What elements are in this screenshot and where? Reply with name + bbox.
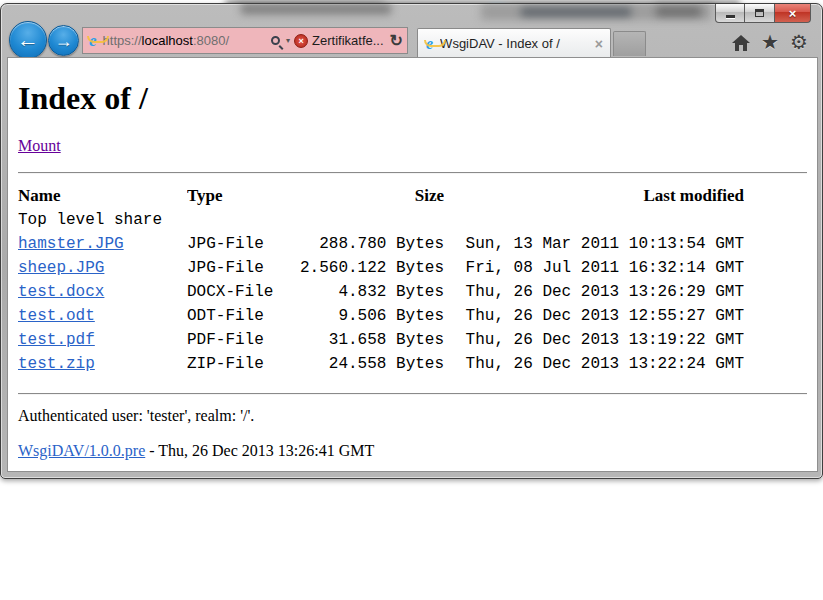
page-title: Index of / [18, 80, 807, 117]
glass-blur-decoration [521, 8, 631, 16]
file-type-cell: ODT-File [187, 304, 300, 328]
file-modified-cell: Thu, 26 Dec 2013 12:55:27 GMT [444, 304, 744, 328]
refresh-icon[interactable]: ↻ [390, 33, 403, 49]
restore-icon [755, 9, 764, 17]
certificate-error-label[interactable]: Zertifikatfe... [312, 33, 384, 48]
forward-button[interactable]: → [48, 25, 79, 56]
ie-logo-icon: e [426, 36, 433, 52]
file-modified-cell: Thu, 26 Dec 2013 13:22:24 GMT [444, 352, 744, 376]
file-size-cell: 288.780 Bytes [300, 232, 444, 256]
file-link[interactable]: test.odt [18, 307, 95, 325]
column-header-name: Name [18, 184, 187, 208]
minimize-icon [726, 15, 735, 18]
home-icon[interactable] [730, 31, 752, 53]
file-size-cell: 9.506 Bytes [300, 304, 444, 328]
file-modified-cell: Thu, 26 Dec 2013 13:19:22 GMT [444, 328, 744, 352]
ie-logo-icon: e [89, 32, 97, 49]
file-size-cell: 4.832 Bytes [300, 280, 444, 304]
column-header-modified: Last modified [444, 184, 744, 208]
divider [18, 172, 807, 174]
file-type-cell: DOCX-File [187, 280, 300, 304]
file-size-cell: 2.560.122 Bytes [300, 256, 444, 280]
server-timestamp: - Thu, 26 Dec 2013 13:26:41 GMT [145, 442, 374, 459]
table-header-row: Name Type Size Last modified [18, 184, 744, 208]
close-button[interactable]: × [775, 4, 811, 23]
auth-status-text: Authenticated user: 'tester', realm: '/'… [18, 407, 807, 425]
file-link[interactable]: sheep.JPG [18, 259, 104, 277]
url-text[interactable]: https://localhost:8080/ [103, 33, 230, 48]
server-signature: WsgiDAV/1.0.0.pre - Thu, 26 Dec 2013 13:… [18, 442, 807, 460]
column-header-size: Size [300, 184, 444, 208]
file-type-cell [187, 208, 300, 232]
minimize-button[interactable] [715, 4, 745, 23]
file-modified-cell: Thu, 26 Dec 2013 13:26:29 GMT [444, 280, 744, 304]
search-icon[interactable] [271, 36, 280, 45]
back-icon: ← [17, 29, 39, 51]
share-label: Top level share [18, 211, 162, 229]
file-size-cell: 24.558 Bytes [300, 352, 444, 376]
wsgidav-version-link[interactable]: WsgiDAV/1.0.0.pre [18, 442, 145, 459]
restore-button[interactable] [745, 4, 775, 23]
chevron-down-icon[interactable]: ▾ [286, 36, 290, 45]
file-size-cell: 31.658 Bytes [300, 328, 444, 352]
star-icon[interactable]: ★ [759, 31, 781, 53]
browser-window: × ← → e https://localhost:8080/ ▾ × Zert… [0, 3, 823, 479]
gear-icon[interactable]: ⚙ [788, 31, 810, 53]
toolbar-icons: ★ ⚙ [730, 31, 810, 53]
file-modified-cell: Sun, 13 Mar 2011 10:13:54 GMT [444, 232, 744, 256]
file-size-cell [300, 208, 444, 232]
file-link[interactable]: hamster.JPG [18, 235, 124, 253]
tab-title: WsgiDAV - Index of / [440, 36, 588, 51]
window-bottom-frame [1, 469, 822, 478]
close-icon: × [789, 7, 797, 20]
table-row: hamster.JPGJPG-File288.780 BytesSun, 13 … [18, 232, 744, 256]
table-row: test.odtODT-File9.506 BytesThu, 26 Dec 2… [18, 304, 744, 328]
file-type-cell: ZIP-File [187, 352, 300, 376]
file-link[interactable]: test.zip [18, 355, 95, 373]
mount-link[interactable]: Mount [18, 137, 61, 154]
screen: × ← → e https://localhost:8080/ ▾ × Zert… [0, 0, 823, 600]
browser-tab[interactable]: e WsgiDAV - Index of / × [417, 28, 611, 58]
table-row: sheep.JPGJPG-File2.560.122 BytesFri, 08 … [18, 256, 744, 280]
file-table: Name Type Size Last modified Top level s… [18, 184, 744, 376]
file-link[interactable]: test.pdf [18, 331, 95, 349]
page-content: Index of / Mount Name Type Size Last mod… [7, 57, 818, 472]
new-tab-button[interactable] [613, 31, 646, 56]
file-table-body: Top level sharehamster.JPGJPG-File288.78… [18, 208, 744, 376]
window-controls: × [715, 4, 811, 23]
address-bar[interactable]: e https://localhost:8080/ ▾ × Zertifikat… [82, 27, 408, 54]
file-link[interactable]: test.docx [18, 283, 104, 301]
file-modified-cell: Fri, 08 Jul 2011 16:32:14 GMT [444, 256, 744, 280]
table-row: test.zipZIP-File24.558 BytesThu, 26 Dec … [18, 352, 744, 376]
table-row: Top level share [18, 208, 744, 232]
certificate-error-icon[interactable]: × [294, 34, 308, 48]
table-row: test.docxDOCX-File4.832 BytesThu, 26 Dec… [18, 280, 744, 304]
glass-blur-decoration [241, 4, 391, 14]
back-button[interactable]: ← [9, 21, 47, 59]
glass-blur-decoration [656, 7, 701, 16]
file-type-cell: JPG-File [187, 232, 300, 256]
tab-close-icon[interactable]: × [595, 36, 603, 52]
divider [18, 393, 807, 395]
file-type-cell: PDF-File [187, 328, 300, 352]
file-type-cell: JPG-File [187, 256, 300, 280]
table-row: test.pdfPDF-File31.658 BytesThu, 26 Dec … [18, 328, 744, 352]
forward-icon: → [55, 32, 73, 50]
column-header-type: Type [187, 184, 300, 208]
file-modified-cell [444, 208, 744, 232]
